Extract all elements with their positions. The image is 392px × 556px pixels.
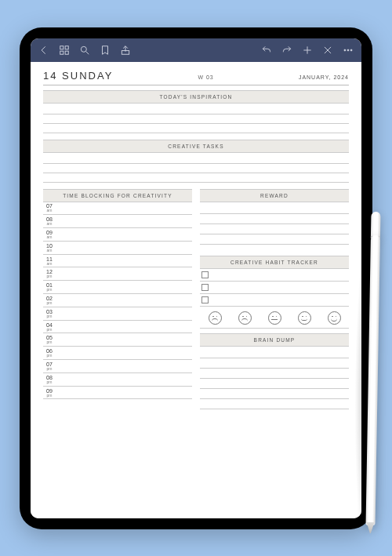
day-title: 14 SUNDAY xyxy=(43,70,113,82)
checkbox-icon[interactable] xyxy=(201,271,209,278)
time-row[interactable]: 12pm xyxy=(43,267,192,281)
time-row[interactable]: 09pm xyxy=(43,387,192,400)
time-row[interactable]: 01pm xyxy=(43,281,192,294)
time-row[interactable]: 02pm xyxy=(43,294,192,307)
search-icon[interactable] xyxy=(79,45,90,56)
share-icon[interactable] xyxy=(120,45,131,56)
time-label: 05pm xyxy=(43,335,56,344)
time-row[interactable]: 03pm xyxy=(43,307,192,321)
right-column: REWARD CREATIVE HABIT TRACKER BRAIN DUMP xyxy=(200,189,349,416)
time-row[interactable]: 07am xyxy=(43,202,192,216)
section-time-blocking-header: TIME BLOCKING FOR CREATIVITY xyxy=(43,189,192,202)
redo-icon[interactable] xyxy=(281,45,292,56)
section-brain-dump-header: BRAIN DUMP xyxy=(200,333,349,347)
mood-sad-icon[interactable] xyxy=(238,311,252,325)
time-label: 11am xyxy=(43,256,56,266)
svg-rect-1 xyxy=(65,45,68,49)
grid-icon[interactable] xyxy=(59,45,70,56)
two-column-area: TIME BLOCKING FOR CREATIVITY 07am08am09a… xyxy=(43,189,349,416)
time-label: 07pm xyxy=(43,362,56,371)
time-label: 09am xyxy=(43,230,56,239)
checkbox-icon[interactable] xyxy=(201,284,209,291)
svg-point-4 xyxy=(81,46,86,52)
page-header: 14 SUNDAY W 03 JANUARY, 2024 xyxy=(43,70,349,85)
svg-point-13 xyxy=(350,49,352,51)
habit-tracker-rows[interactable] xyxy=(200,269,349,307)
week-label: W 03 xyxy=(198,74,213,80)
close-icon[interactable] xyxy=(322,45,333,56)
section-inspiration-header: TODAY'S INSPIRATION xyxy=(43,90,349,104)
day-name: SUNDAY xyxy=(62,70,113,82)
time-label: 06pm xyxy=(43,348,56,358)
time-row[interactable]: 11am xyxy=(43,255,192,268)
mood-happy-icon[interactable] xyxy=(298,311,311,325)
time-label: 04pm xyxy=(43,322,56,332)
svg-point-11 xyxy=(344,49,346,51)
back-icon[interactable] xyxy=(38,45,49,56)
time-label: 09pm xyxy=(43,388,56,398)
mood-very-happy-icon[interactable] xyxy=(328,311,341,325)
time-label: 10am xyxy=(43,243,56,253)
time-label: 08am xyxy=(43,216,56,226)
app-toolbar xyxy=(31,38,361,62)
time-label: 03pm xyxy=(43,309,56,318)
time-row[interactable]: 10am xyxy=(43,242,192,255)
habit-row[interactable] xyxy=(200,269,349,282)
section-creative-tasks-header: CREATIVE TASKS xyxy=(43,140,349,153)
habit-row[interactable] xyxy=(200,294,349,307)
time-row[interactable]: 08am xyxy=(43,215,192,228)
svg-rect-3 xyxy=(65,51,68,54)
inspiration-lines[interactable] xyxy=(43,105,349,133)
screen: 14 SUNDAY W 03 JANUARY, 2024 TODAY'S INS… xyxy=(31,38,361,518)
more-icon[interactable] xyxy=(343,45,354,56)
undo-icon[interactable] xyxy=(261,45,272,56)
time-row[interactable]: 06pm xyxy=(43,347,192,360)
brain-dump-lines[interactable] xyxy=(200,348,349,409)
svg-rect-0 xyxy=(60,45,64,49)
time-label: 02pm xyxy=(43,296,56,305)
svg-rect-2 xyxy=(60,51,64,54)
left-column: TIME BLOCKING FOR CREATIVITY 07am08am09a… xyxy=(43,189,192,416)
time-row[interactable]: 05pm xyxy=(43,333,192,347)
time-row[interactable]: 04pm xyxy=(43,321,192,334)
planner-page: 14 SUNDAY W 03 JANUARY, 2024 TODAY'S INS… xyxy=(31,62,361,518)
time-label: 01pm xyxy=(43,282,56,292)
time-grid[interactable]: 07am08am09am10am11am12pm01pm02pm03pm04pm… xyxy=(43,202,192,400)
section-habit-tracker-header: CREATIVE HABIT TRACKER xyxy=(200,256,349,269)
time-row[interactable]: 09am xyxy=(43,228,192,242)
bookmark-icon[interactable] xyxy=(100,45,111,56)
creative-tasks-lines[interactable] xyxy=(43,154,349,183)
mood-very-sad-icon[interactable] xyxy=(209,311,222,325)
time-row[interactable]: 08pm xyxy=(43,373,192,387)
day-number: 14 xyxy=(43,70,57,82)
time-label: 08pm xyxy=(43,375,56,384)
tablet-frame: 14 SUNDAY W 03 JANUARY, 2024 TODAY'S INS… xyxy=(20,27,372,529)
time-label: 07am xyxy=(43,203,56,213)
svg-line-5 xyxy=(86,51,89,54)
habit-row[interactable] xyxy=(200,282,349,294)
section-reward-header: REWARD xyxy=(200,189,349,202)
add-icon[interactable] xyxy=(302,45,313,56)
mood-faces-row[interactable] xyxy=(200,307,349,329)
reward-lines[interactable] xyxy=(200,204,349,245)
month-label: JANUARY, 2024 xyxy=(299,74,349,80)
checkbox-icon[interactable] xyxy=(201,296,209,303)
mood-neutral-icon[interactable] xyxy=(268,311,281,325)
svg-point-12 xyxy=(347,49,349,51)
time-label: 12pm xyxy=(43,269,56,278)
time-row[interactable]: 07pm xyxy=(43,360,192,373)
